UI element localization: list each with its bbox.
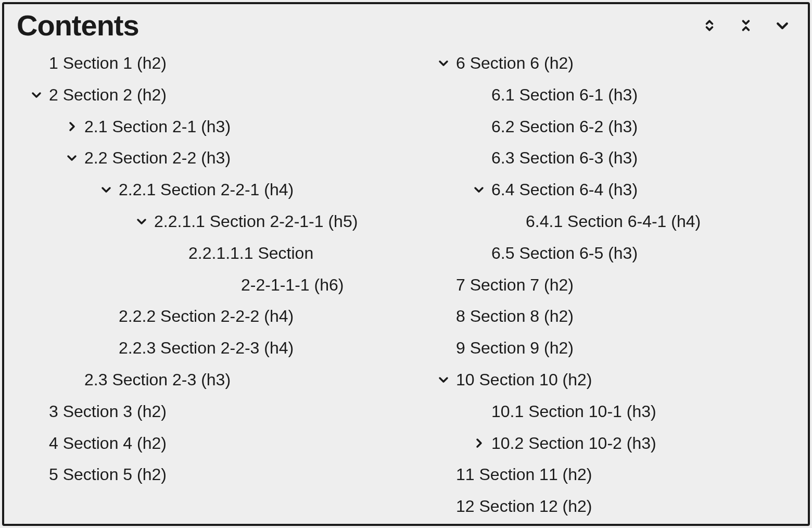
toc-item[interactable]: 6.5 Section 6-5 (h3) — [422, 237, 797, 269]
toc-item-label: 1 Section 1 (h2) — [49, 47, 167, 79]
chevron-down-icon[interactable] — [61, 147, 82, 168]
toc-item[interactable]: 2-2-1-1-1 (h6) — [15, 269, 390, 301]
toc-item[interactable]: 2.2.3 Section 2-2-3 (h4) — [15, 332, 390, 364]
toc-item-label: 2.3 Section 2-3 (h3) — [84, 364, 231, 396]
toc-item[interactable]: 3 Section 3 (h2) — [15, 396, 390, 428]
contents-body: 1 Section 1 (h2)2 Section 2 (h2)2.1 Sect… — [4, 42, 808, 526]
toc-item-label: 6.4 Section 6-4 (h3) — [491, 174, 638, 206]
toc-item-label: 2.1 Section 2-1 (h3) — [84, 111, 231, 143]
contents-column-1: 1 Section 1 (h2)2 Section 2 (h2)2.1 Sect… — [15, 47, 390, 522]
toc-item[interactable]: 2.3 Section 2-3 (h3) — [15, 364, 390, 396]
toc-item-label: 5 Section 5 (h2) — [49, 459, 167, 491]
toc-item-label: 9 Section 9 (h2) — [456, 332, 574, 364]
toc-item[interactable]: 6.4 Section 6-4 (h3) — [422, 174, 797, 206]
toc-item-label: 12 Section 12 (h2) — [456, 491, 592, 522]
toc-item-label: 6.5 Section 6-5 (h3) — [491, 237, 638, 269]
toc-item[interactable]: 9 Section 9 (h2) — [422, 332, 797, 364]
contents-title: Contents — [17, 8, 702, 42]
toc-item[interactable]: 2.2.2 Section 2-2-2 (h4) — [15, 300, 390, 332]
toc-item-label: 2.2.3 Section 2-2-3 (h4) — [119, 332, 294, 364]
toc-item[interactable]: 10.1 Section 10-1 (h3) — [422, 396, 797, 428]
toc-item-label: 3 Section 3 (h2) — [49, 396, 167, 428]
toc-item[interactable]: 2.2 Section 2-2 (h3) — [15, 142, 390, 174]
chevron-down-icon[interactable] — [131, 211, 152, 232]
toc-item[interactable]: 8 Section 8 (h2) — [422, 300, 797, 332]
toc-item-label: 10.1 Section 10-1 (h3) — [491, 396, 656, 428]
expand-all-icon[interactable] — [702, 18, 717, 33]
contents-header: Contents — [4, 4, 808, 42]
toc-item[interactable]: 6.4.1 Section 6-4-1 (h4) — [422, 206, 797, 237]
toc-item[interactable]: 6.2 Section 6-2 (h3) — [422, 111, 797, 143]
toc-item[interactable]: 2.2.1.1.1 Section — [15, 237, 390, 269]
toc-item-label: 2.2.2 Section 2-2-2 (h4) — [119, 300, 294, 332]
toc-item-label: 6.2 Section 6-2 (h3) — [491, 111, 638, 143]
toc-item-label: 6.4.1 Section 6-4-1 (h4) — [526, 206, 701, 237]
toc-item[interactable]: 1 Section 1 (h2) — [15, 47, 390, 79]
toc-item-label: 2.2.1.1.1 Section — [188, 237, 313, 269]
contents-column-2: 6 Section 6 (h2)6.1 Section 6-1 (h3)6.2 … — [422, 47, 797, 522]
toc-item-label: 10 Section 10 (h2) — [456, 364, 592, 396]
toc-item[interactable]: 12 Section 12 (h2) — [422, 491, 797, 522]
contents-panel: Contents 1 Section 1 (h2)2 Section 2 (h2… — [2, 2, 810, 526]
toc-item[interactable]: 4 Section 4 (h2) — [15, 428, 390, 459]
toc-item-label: 6.1 Section 6-1 (h3) — [491, 79, 638, 111]
toc-item[interactable]: 2.2.1 Section 2-2-1 (h4) — [15, 174, 390, 206]
chevron-down-icon[interactable] — [96, 179, 117, 200]
toc-item[interactable]: 2 Section 2 (h2) — [15, 79, 390, 111]
chevron-down-icon[interactable] — [468, 179, 489, 200]
toc-item[interactable]: 2.2.1.1 Section 2-2-1-1 (h5) — [15, 206, 390, 237]
toc-item[interactable]: 11 Section 11 (h2) — [422, 459, 797, 491]
toc-item[interactable]: 6.3 Section 6-3 (h3) — [422, 142, 797, 174]
toc-item-label: 8 Section 8 (h2) — [456, 300, 574, 332]
chevron-down-icon[interactable] — [433, 369, 454, 390]
header-controls — [702, 18, 795, 33]
toc-item-label: 11 Section 11 (h2) — [456, 459, 592, 491]
collapse-all-icon[interactable] — [738, 18, 754, 33]
chevron-down-icon[interactable] — [26, 84, 47, 105]
toc-item-label: 2-2-1-1-1 (h6) — [241, 269, 344, 301]
toc-item-label: 10.2 Section 10-2 (h3) — [491, 428, 656, 459]
toc-item-label: 6 Section 6 (h2) — [456, 47, 574, 79]
toc-item[interactable]: 2.1 Section 2-1 (h3) — [15, 111, 390, 143]
toc-item-label: 7 Section 7 (h2) — [456, 269, 574, 301]
chevron-down-icon[interactable] — [775, 18, 790, 33]
toc-item-label: 2.2.1.1 Section 2-2-1-1 (h5) — [154, 206, 358, 237]
toc-item[interactable]: 10 Section 10 (h2) — [422, 364, 797, 396]
toc-item[interactable]: 5 Section 5 (h2) — [15, 459, 390, 491]
toc-item-label: 2.2 Section 2-2 (h3) — [84, 142, 231, 174]
toc-item-label: 2 Section 2 (h2) — [49, 79, 167, 111]
toc-item[interactable]: 6 Section 6 (h2) — [422, 47, 797, 79]
chevron-down-icon[interactable] — [433, 53, 454, 73]
toc-item-label: 2.2.1 Section 2-2-1 (h4) — [119, 174, 294, 206]
toc-item-label: 6.3 Section 6-3 (h3) — [491, 142, 638, 174]
toc-item-label: 4 Section 4 (h2) — [49, 428, 167, 459]
chevron-right-icon[interactable] — [468, 433, 489, 454]
chevron-right-icon[interactable] — [61, 116, 82, 137]
toc-item[interactable]: 7 Section 7 (h2) — [422, 269, 797, 301]
toc-item[interactable]: 10.2 Section 10-2 (h3) — [422, 428, 797, 459]
toc-item[interactable]: 6.1 Section 6-1 (h3) — [422, 79, 797, 111]
